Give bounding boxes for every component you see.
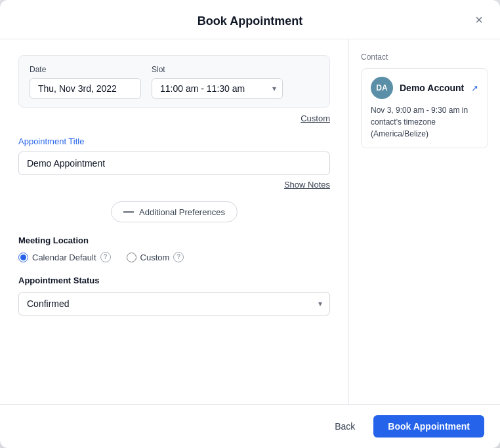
avatar: DA xyxy=(371,77,393,99)
book-appointment-button[interactable]: Book Appointment xyxy=(373,415,484,438)
close-button[interactable]: × xyxy=(471,12,487,28)
show-notes-button[interactable]: Show Notes xyxy=(284,180,330,190)
custom-location-help-icon[interactable]: ? xyxy=(173,252,184,262)
calendar-default-help-icon[interactable]: ? xyxy=(100,252,111,262)
appointment-status-select[interactable]: Confirmed Pending Cancelled xyxy=(18,292,330,316)
modal-title: Book Appointment xyxy=(198,14,302,28)
modal-body: Date Slot 11:00 am - 11:30 am 11:30 am -… xyxy=(0,39,500,404)
custom-location-option[interactable]: Custom ? xyxy=(127,252,184,262)
additional-prefs-label: Additional Preferences xyxy=(139,207,225,217)
dash-icon: — xyxy=(123,206,134,218)
contact-info-row: DA Demo Account ↗ xyxy=(371,77,478,99)
slot-select[interactable]: 11:00 am - 11:30 am 11:30 am - 12:00 pm … xyxy=(152,78,283,99)
show-notes-row: Show Notes xyxy=(18,179,330,190)
meeting-location-header: Meeting Location xyxy=(18,235,330,245)
side-panel: Contact DA Demo Account ↗ Nov 3, 9:00 am… xyxy=(349,39,500,404)
custom-link-row: Custom xyxy=(18,113,330,123)
calendar-default-option[interactable]: Calendar Default ? xyxy=(18,252,111,262)
additional-preferences-button[interactable]: — Additional Preferences xyxy=(111,201,238,222)
custom-location-radio[interactable] xyxy=(127,253,136,262)
slot-field-group: Slot 11:00 am - 11:30 am 11:30 am - 12:0… xyxy=(152,65,283,99)
modal-footer: Back Book Appointment xyxy=(0,404,500,448)
calendar-default-radio[interactable] xyxy=(18,253,28,262)
contact-section-label: Contact xyxy=(361,52,488,62)
book-appointment-modal: Book Appointment × Date Slot 11:00 am - … xyxy=(0,0,500,448)
date-input[interactable] xyxy=(30,78,141,99)
back-button[interactable]: Back xyxy=(324,416,365,437)
contact-name: Demo Account xyxy=(400,83,465,93)
slot-label: Slot xyxy=(152,65,283,74)
custom-link-button[interactable]: Custom xyxy=(301,113,330,123)
slot-wrapper: 11:00 am - 11:30 am 11:30 am - 12:00 pm … xyxy=(152,78,283,99)
calendar-default-label: Calendar Default xyxy=(32,253,96,262)
appointment-title-input[interactable] xyxy=(18,152,330,175)
contact-card: DA Demo Account ↗ Nov 3, 9:00 am - 9:30 … xyxy=(361,68,488,148)
date-field-group: Date xyxy=(30,65,141,99)
status-select-wrapper: Confirmed Pending Cancelled ▾ xyxy=(18,292,330,316)
meeting-location-radio-group: Calendar Default ? Custom ? xyxy=(18,252,330,262)
contact-time: Nov 3, 9:00 am - 9:30 am in contact's ti… xyxy=(371,104,478,140)
custom-location-label: Custom xyxy=(140,253,170,262)
appointment-title-label: Appointment Title xyxy=(18,136,330,146)
appointment-status-header: Appointment Status xyxy=(18,275,330,285)
date-label: Date xyxy=(30,65,141,74)
date-slot-row: Date Slot 11:00 am - 11:30 am 11:30 am -… xyxy=(18,55,330,108)
external-link-icon[interactable]: ↗ xyxy=(471,83,478,93)
main-panel: Date Slot 11:00 am - 11:30 am 11:30 am -… xyxy=(0,39,349,404)
modal-header: Book Appointment × xyxy=(0,0,500,39)
